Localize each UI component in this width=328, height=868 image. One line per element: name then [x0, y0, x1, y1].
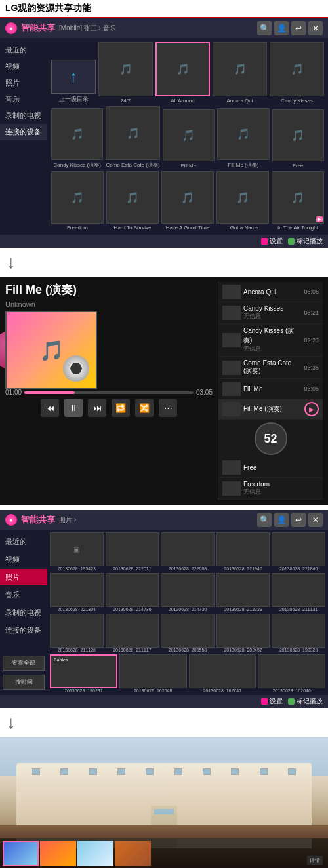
- playlist-item-6[interactable]: Free: [218, 458, 323, 478]
- music-thumb-fillme-演奏[interactable]: 🎵 Fill Me (演奏): [217, 108, 269, 168]
- photo-sidebar-photo[interactable]: 照片: [0, 569, 47, 585]
- photo-browser-footer: 设置 标记播放: [0, 695, 328, 708]
- options-button[interactable]: ⋯: [159, 399, 177, 417]
- photo-sidebar-recorded[interactable]: 录制的电视: [0, 604, 47, 621]
- arrow-down-2-section: ↓: [0, 708, 328, 737]
- playlist-item-1[interactable]: Candy Kisses 无信息 03:21: [218, 302, 323, 324]
- photo-thumb-3-0[interactable]: Babies 20130628_190231: [50, 654, 117, 693]
- photo-thumb-1-4[interactable]: 20130628_211131: [272, 573, 325, 612]
- photo-img-1-2: [161, 573, 215, 607]
- back-button[interactable]: ↑ 上一级目录: [51, 60, 96, 104]
- by-time-btn[interactable]: 按时间: [3, 675, 45, 690]
- music-thumb-ancoraQui[interactable]: 🎵 Ancora Qui: [213, 42, 267, 104]
- repeat-button[interactable]: 🔁: [112, 399, 130, 417]
- fthumb-2[interactable]: [77, 841, 113, 866]
- photo-thumb-2-3[interactable]: 20130628_202457: [216, 614, 270, 652]
- progress-bar-area: 01:00 03:05: [5, 389, 213, 396]
- album-art-container: 🎵: [5, 311, 107, 386]
- music-thumb-goodtime[interactable]: 🎵 Have A Good Time: [161, 171, 214, 231]
- photo-thumb-1-1[interactable]: 20130628_214736: [106, 573, 159, 612]
- music-thumb-inAirTonight[interactable]: 🎵 ▶ In The Air Tonight: [272, 171, 324, 231]
- music-thumb-candyKisses[interactable]: 🎵 Candy Kisses: [270, 42, 324, 104]
- playlist-item-4[interactable]: Fill Me 03:05: [218, 379, 323, 399]
- music-thumb-free[interactable]: 🎵 Free: [272, 109, 324, 168]
- music-thumb-fillme[interactable]: 🎵 Fill Me: [163, 109, 215, 168]
- photo-thumb-3-2[interactable]: 20130628_162647: [189, 654, 256, 693]
- sidebar-item-recent[interactable]: 最近的: [0, 42, 47, 58]
- sidebar-item-connected-devices[interactable]: 连接的设备: [0, 124, 47, 140]
- progress-bar[interactable]: [24, 391, 194, 394]
- music-thumb-hardtosurvive[interactable]: 🎵 Hard To Survive: [106, 171, 159, 231]
- volume-value: 52: [264, 432, 277, 446]
- play-pause-button[interactable]: ⏸: [64, 399, 83, 417]
- photo-thumb-0-1[interactable]: 20130628_222011: [106, 532, 159, 571]
- playlist-title-5: Fill Me (演奏): [243, 404, 302, 414]
- photo-sidebar-video[interactable]: 视频: [0, 551, 47, 568]
- mark-play-btn[interactable]: 标记播放: [288, 237, 323, 246]
- playlist-item-7[interactable]: Freedom 无信息: [218, 478, 323, 500]
- playlist-info-5: Fill Me (演奏): [243, 404, 302, 414]
- fthumb-0[interactable]: [3, 841, 39, 866]
- sidebar-item-music[interactable]: 音乐: [0, 91, 47, 108]
- fullphoto-thumb-strip: 详情: [0, 838, 328, 868]
- photo-thumb-0-4[interactable]: 20130628_221840: [272, 532, 325, 571]
- sidebar-item-photo[interactable]: 照片: [0, 75, 47, 91]
- photo-thumb-3-3[interactable]: 20130628_162646: [258, 654, 325, 693]
- photo-img-2-3: [216, 614, 270, 648]
- playlist-title-1: Candy Kisses: [243, 305, 301, 312]
- back-icon[interactable]: ↩: [291, 21, 306, 35]
- view-all-btn[interactable]: 查看全部: [3, 656, 45, 671]
- photo-thumb-1-2[interactable]: 20130628_214730: [161, 573, 215, 612]
- playlist-item-0[interactable]: Ancora Qui 05:08: [218, 282, 323, 302]
- playlist-item-2[interactable]: Candy Kisses (演奏) 无信息 02:23: [218, 324, 323, 357]
- prev-button[interactable]: ⏮: [41, 399, 59, 417]
- sidebar-item-recorded-tv[interactable]: 录制的电视: [0, 108, 47, 124]
- photo-thumb-2-2[interactable]: 20130628_200558: [161, 614, 215, 652]
- photo-back-icon[interactable]: ↩: [291, 513, 306, 527]
- sidebar-item-video[interactable]: 视频: [0, 58, 47, 75]
- music-grid-row-2: 🎵 Freedom 🎵 Hard To Survive 🎵 Have A Goo…: [51, 171, 324, 231]
- fthumb-1[interactable]: [40, 841, 76, 866]
- photo-sidebar-recent[interactable]: 最近的: [0, 534, 47, 550]
- close-icon[interactable]: ✕: [308, 21, 323, 35]
- disc-icon: [63, 355, 89, 382]
- playlist-item-3[interactable]: Como Esta Coto (演奏) 03:35: [218, 357, 323, 379]
- music-thumb-247[interactable]: 🎵 24/7: [98, 42, 153, 104]
- photo-close-icon[interactable]: ✕: [308, 513, 323, 527]
- photo-thumb-3-1[interactable]: 20130629_162648: [119, 654, 187, 693]
- user-icon[interactable]: 👤: [274, 21, 289, 35]
- photo-thumb-0-0[interactable]: ▣ 20130628_195423: [50, 532, 104, 571]
- photo-thumb-1-3[interactable]: 20130628_212329: [216, 573, 270, 612]
- photo-thumb-2-1[interactable]: 20130628_211117: [106, 614, 159, 652]
- shuffle-button[interactable]: 🔀: [135, 399, 154, 417]
- photo-search-icon[interactable]: 🔍: [257, 513, 272, 527]
- music-thumb-allaround[interactable]: 🎵 All Around: [155, 42, 210, 104]
- thumb-label-free: Free: [272, 163, 324, 168]
- photo-sidebar-music[interactable]: 音乐: [0, 587, 47, 603]
- playlist-thumb-7: [222, 481, 241, 496]
- playlist-info-6: Free: [243, 464, 319, 471]
- photo-thumb-2-0[interactable]: 20130628_211128: [50, 614, 104, 652]
- photo-thumb-0-3[interactable]: 20130628_221946: [216, 532, 270, 571]
- fthumb-3[interactable]: [115, 841, 151, 866]
- photo-thumb-0-2[interactable]: 20130628_222008: [161, 532, 215, 571]
- photo-settings-btn[interactable]: 设置: [261, 697, 283, 706]
- music-thumb-ck-演奏[interactable]: 🎵 Candy Kisses (演奏): [51, 108, 103, 168]
- music-thumb-iGotaName[interactable]: 🎵 I Got a Name: [216, 171, 269, 231]
- photo-user-icon[interactable]: 👤: [274, 513, 289, 527]
- photo-grid-area: ▣ 20130628_195423 20130628_222011 201306…: [47, 530, 328, 695]
- next-button[interactable]: ⏭: [88, 399, 106, 417]
- search-icon[interactable]: 🔍: [257, 21, 272, 35]
- photo-label-3-3: 20130628_162646: [258, 688, 325, 693]
- playlist-thumb-5: [222, 402, 241, 416]
- photo-label-1-3: 20130628_212329: [216, 607, 270, 612]
- music-thumb-comocoto[interactable]: 🎵 Como Esta Coto (演奏): [106, 106, 159, 168]
- playlist-duration-4: 03:05: [304, 385, 319, 392]
- photo-mark-play-btn[interactable]: 标记播放: [288, 697, 323, 706]
- photo-thumb-1-0[interactable]: 20130628_221304: [50, 573, 104, 612]
- photo-sidebar-connected[interactable]: 连接的设备: [0, 622, 47, 639]
- photo-thumb-2-4[interactable]: 20130628_190320: [272, 614, 325, 652]
- playlist-item-5[interactable]: Fill Me (演奏) ▶: [218, 399, 323, 420]
- music-thumb-freedom[interactable]: 🎵 Freedom: [51, 171, 104, 231]
- settings-btn[interactable]: 设置: [261, 237, 283, 246]
